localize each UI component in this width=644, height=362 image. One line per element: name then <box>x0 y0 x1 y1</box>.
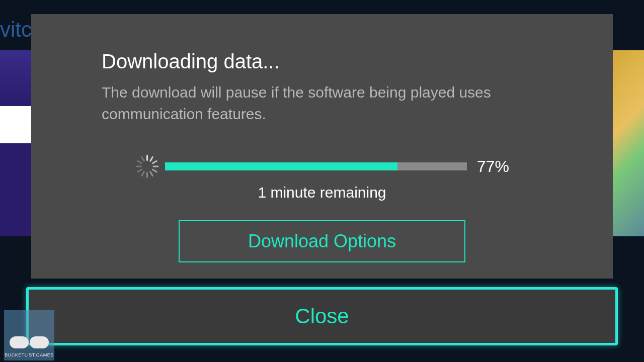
watermark-logo: BUCKETLIST.GAMES <box>4 310 54 360</box>
dialog-title: Downloading data... <box>102 50 542 73</box>
close-button[interactable]: Close <box>26 287 618 345</box>
controller-icon <box>10 336 29 348</box>
time-remaining-label: 1 minute remaining <box>102 184 542 201</box>
controller-icons <box>10 336 49 348</box>
progress-percent-label: 77% <box>477 157 509 176</box>
controller-icon <box>30 336 49 348</box>
progress-bar <box>165 162 467 170</box>
background-app-text: vitc <box>0 18 32 42</box>
download-dialog: Downloading data... The download will pa… <box>31 14 613 279</box>
progress-bar-fill <box>165 162 397 170</box>
background-game-tile-right <box>611 50 644 236</box>
progress-row: 77% <box>102 155 542 178</box>
background-game-tile-left <box>0 50 35 236</box>
download-options-button[interactable]: Download Options <box>179 220 465 262</box>
watermark-text: BUCKETLIST.GAMES <box>5 352 54 357</box>
loading-spinner-icon <box>135 155 158 178</box>
dialog-subtitle: The download will pause if the software … <box>102 82 542 125</box>
